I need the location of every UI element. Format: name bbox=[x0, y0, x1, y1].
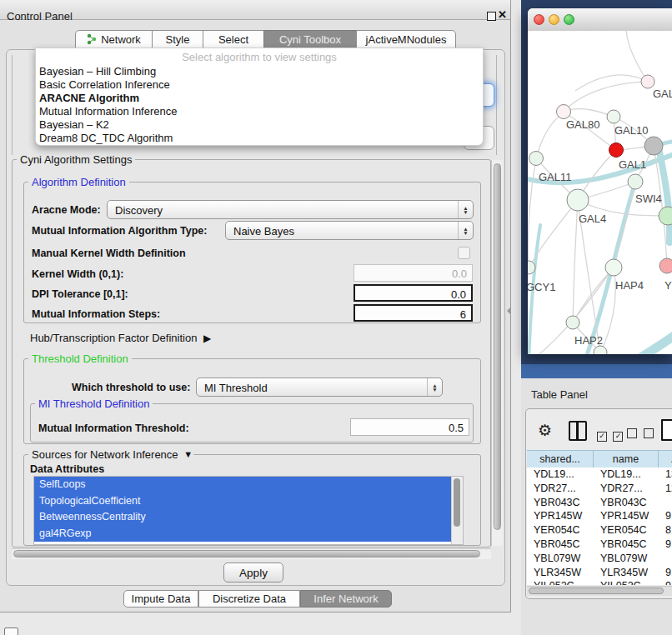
network-node-gal11[interactable] bbox=[529, 152, 544, 166]
tab-jactivemnodules[interactable]: jActiveMNodules bbox=[356, 30, 456, 48]
setting-label-kernel-width-0-1-: Kernel Width (0,1): bbox=[32, 268, 123, 280]
network-edge bbox=[626, 31, 648, 82]
splitter-collapse-icon[interactable] bbox=[507, 307, 511, 315]
minimized-panel-icon[interactable] bbox=[4, 628, 18, 635]
close-traffic-icon[interactable] bbox=[534, 14, 544, 25]
algorithm-definition-legend: Algorithm Definition bbox=[28, 176, 129, 188]
attribute-item-betweennesscentrality[interactable]: BetweennessCentrality bbox=[34, 509, 463, 526]
checked-pair-icon[interactable]: ✓ ✓ bbox=[597, 427, 623, 442]
tab-cyni-toolbox[interactable]: Cyni Toolbox bbox=[263, 30, 357, 48]
network-node-gal4[interactable] bbox=[567, 189, 589, 211]
minimize-traffic-icon[interactable] bbox=[549, 14, 559, 25]
checkbox-manual-kernel-width-definition[interactable] bbox=[458, 247, 470, 259]
data-attributes-list[interactable]: SelfLoopsTopologicalCoefficientBetweenne… bbox=[33, 476, 464, 545]
table-row[interactable]: YIL052CYIL052C9 bbox=[527, 579, 672, 585]
tab-network[interactable]: Network bbox=[75, 30, 153, 48]
combo-which-threshold-to-use-[interactable]: MI Threshold▲▼ bbox=[196, 378, 443, 397]
network-node-y[interactable] bbox=[659, 258, 672, 273]
apply-button[interactable]: Apply bbox=[223, 562, 283, 582]
columns-icon-divider bbox=[576, 422, 579, 439]
table-row[interactable]: YLR345WYLR345W9. bbox=[527, 566, 672, 580]
algorithm-option-mutual-information-inference[interactable]: Mutual Information Inference bbox=[39, 105, 177, 118]
page-icon[interactable] bbox=[661, 419, 672, 441]
field-mutual-information-steps-[interactable]: 6 bbox=[354, 304, 473, 322]
network-node-swi4[interactable] bbox=[628, 174, 643, 189]
table-row[interactable]: YER054CYER054C8. bbox=[527, 523, 672, 538]
table-row[interactable]: YBL079WYBL079W bbox=[527, 552, 672, 566]
setting-label-which-threshold-to-use-: Which threshold to use: bbox=[72, 382, 190, 393]
algorithm-option-basic-correlation-inference[interactable]: Basic Correlation Inference bbox=[39, 78, 170, 91]
hub-definition-label[interactable]: Hub/Transcription Factor Definition ▶ bbox=[30, 332, 208, 344]
tab-select[interactable]: Select bbox=[203, 30, 264, 48]
table-cell: YDR27... bbox=[534, 482, 592, 494]
column-header-shared-[interactable]: shared... bbox=[527, 450, 594, 468]
table-row[interactable]: YDL19...YDL19...13 bbox=[527, 468, 672, 482]
settings-hscrollbar-thumb[interactable] bbox=[13, 550, 480, 558]
table-hscrollbar-thumb[interactable] bbox=[529, 588, 664, 594]
algorithm-option-aracne-algorithm[interactable]: ARACNE Algorithm bbox=[39, 92, 139, 104]
algorithm-option-bayesian-hill-climbing[interactable]: Bayesian – Hill Climbing bbox=[39, 65, 156, 78]
attribute-item-selfloops[interactable]: SelfLoops bbox=[34, 477, 463, 493]
table-hscrollbar[interactable] bbox=[527, 586, 672, 596]
close-icon[interactable]: ✕ bbox=[498, 8, 507, 21]
algorithm-option-bayesian-k2[interactable]: Bayesian – K2 bbox=[39, 118, 109, 131]
network-edge bbox=[575, 75, 648, 91]
bottom-tab-discretize-data[interactable]: Discretize Data bbox=[198, 590, 300, 608]
network-node-gal10[interactable] bbox=[607, 110, 620, 123]
attribute-item-gal4rgexp[interactable]: gal4RGexp bbox=[34, 526, 463, 542]
combo-stepper-icon: ▲▼ bbox=[458, 222, 473, 239]
settings-vscrollbar-thumb[interactable] bbox=[494, 163, 501, 530]
node-label-swi4: SWI4 bbox=[635, 192, 662, 205]
combo-value: MI Threshold bbox=[204, 382, 268, 394]
float-window-icon[interactable] bbox=[487, 12, 496, 21]
tab-label: Style bbox=[166, 33, 190, 46]
field-dpi-tolerance-0-1-[interactable]: 0.0 bbox=[354, 284, 473, 302]
attributes-scrollbar[interactable] bbox=[451, 477, 463, 544]
network-node[interactable] bbox=[644, 137, 663, 155]
attributes-scrollbar-thumb[interactable] bbox=[454, 478, 460, 527]
table-cell: YDR27... bbox=[600, 482, 657, 494]
settings-hscrollbar[interactable] bbox=[12, 548, 491, 559]
tab-style[interactable]: Style bbox=[152, 30, 203, 48]
data-attributes-label: Data Attributes bbox=[30, 463, 104, 475]
table-row[interactable]: YDR27...YDR27...12 bbox=[527, 482, 672, 496]
attribute-item-topologicalcoefficient[interactable]: TopologicalCoefficient bbox=[34, 493, 463, 510]
node-label-gal1: GAL1 bbox=[619, 158, 646, 171]
network-node[interactable] bbox=[659, 207, 672, 225]
application-root: Control Panel ✕ NetworkStyleSelectCyni T… bbox=[0, 0, 672, 635]
bottom-tab-impute-data[interactable]: Impute Data bbox=[123, 590, 198, 608]
network-node-hap4[interactable] bbox=[605, 259, 622, 276]
network-edge bbox=[536, 112, 564, 158]
field-mutual-information-threshold-[interactable]: 0.5 bbox=[350, 418, 469, 436]
table-row[interactable]: YPR145WYPR145W9. bbox=[527, 509, 672, 523]
network-node-gal1[interactable] bbox=[609, 143, 624, 158]
columns-icon[interactable] bbox=[569, 421, 587, 441]
expand-right-icon[interactable]: ▶ bbox=[203, 332, 211, 344]
network-node-gal80[interactable] bbox=[557, 105, 571, 119]
tab-label: Network bbox=[101, 33, 141, 46]
network-node-hap2[interactable] bbox=[566, 316, 579, 329]
collapse-down-icon[interactable]: ▼ bbox=[183, 449, 193, 459]
table-row[interactable]: YBR043CYBR043C bbox=[527, 496, 672, 510]
combo-mutual-information-algorithm-type-[interactable]: Naive Bayes▲▼ bbox=[225, 221, 474, 240]
table-cell: YBR045C bbox=[600, 538, 657, 550]
zoom-traffic-icon[interactable] bbox=[564, 14, 574, 25]
network-window-titlebar[interactable] bbox=[528, 8, 672, 32]
bottom-tab-infer-network[interactable]: Infer Network bbox=[300, 590, 392, 608]
combo-aracne-mode-[interactable]: Discovery▲▼ bbox=[107, 200, 474, 219]
table-row[interactable]: YBR045CYBR045C9. bbox=[527, 538, 672, 552]
node-label-hap2: HAP2 bbox=[574, 334, 603, 347]
network-node-gal[interactable] bbox=[641, 75, 654, 88]
column-header-a[interactable]: A bbox=[659, 450, 672, 468]
table-cell: 9. bbox=[665, 510, 672, 522]
tab-label: Select bbox=[218, 33, 248, 46]
settings-vscrollbar[interactable] bbox=[491, 160, 503, 546]
network-canvas[interactable]: GALGAL80GAL10GAL1GAL11SWI4GAL4GCY1HAP4YH… bbox=[528, 31, 672, 354]
field-kernel-width-0-1-[interactable]: 0.0 bbox=[354, 264, 473, 282]
table-cell: YBL079W bbox=[534, 552, 592, 564]
unchecked-pair-icon[interactable] bbox=[627, 427, 654, 442]
gear-icon[interactable]: ⚙ bbox=[538, 421, 552, 440]
column-header-name[interactable]: name bbox=[594, 450, 659, 468]
node-label-gal: GAL bbox=[653, 88, 672, 100]
algorithm-option-dream8-dc-tdc-algorithm[interactable]: Dream8 DC_TDC Algorithm bbox=[39, 132, 173, 144]
